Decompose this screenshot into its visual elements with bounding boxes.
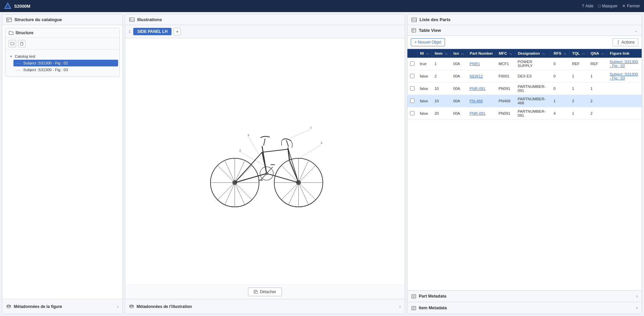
svg-line-20: [236, 184, 252, 200]
col-tql[interactable]: TQL ↑↓: [569, 49, 588, 58]
table-view-chevron[interactable]: ⌄: [634, 28, 638, 33]
cell-rfs: 0: [551, 70, 569, 83]
svg-line-42: [235, 152, 262, 182]
sort-qna-icon: ↑↓: [601, 52, 604, 55]
part-metadata-header[interactable]: Part Metadata ›: [407, 291, 642, 302]
cell-qna: 1: [588, 70, 607, 83]
cell-rfs: 0: [551, 83, 569, 95]
tab-bar: 1 SIDE PANEL LH +: [125, 25, 405, 38]
item-metadata-chevron: ›: [636, 306, 638, 310]
svg-line-57: [286, 140, 288, 147]
cell-qna: REF: [588, 58, 607, 70]
row-checkbox-4[interactable]: [410, 111, 414, 115]
cell-ni: false: [417, 95, 432, 107]
svg-line-58: [291, 129, 310, 138]
cell-ni: false: [417, 70, 432, 83]
svg-line-39: [299, 160, 308, 180]
parts-tbody: true100APNR1MCF1POWER SUPPLY0REFREFSubje…: [407, 58, 642, 120]
ellipsis-icon: ⋮: [616, 40, 620, 45]
illustration-metadata-bar[interactable]: Métadonnées de l'illustration ›: [125, 299, 405, 314]
col-part-number[interactable]: Part Number: [467, 49, 496, 58]
help-button[interactable]: ? Aide: [582, 4, 594, 8]
part-number-link[interactable]: PNR-091: [469, 87, 485, 91]
cell-item: 10: [432, 95, 451, 107]
svg-line-47: [289, 160, 298, 182]
cell-designation: POWER SUPPLY: [515, 58, 551, 70]
cell-checkbox: [407, 95, 417, 107]
folder-icon: [9, 31, 13, 35]
col-figure-link[interactable]: Figure link: [607, 49, 642, 58]
bike-container: 1 2 3 4 5: [132, 45, 398, 278]
close-icon: ✕: [622, 4, 626, 8]
item-metadata-section: Item Metadata ›: [407, 302, 642, 314]
figure-metadata-label-row: Métadonnées de la figure: [6, 304, 62, 309]
catalog-root-item[interactable]: ▼ Catolog test: [7, 53, 118, 60]
sort-rfs-icon: ↑↓: [563, 52, 566, 55]
cell-tql: REF: [569, 58, 588, 70]
structure-inner-header: Structure: [5, 28, 119, 38]
col-designation[interactable]: Designation ↑↓: [515, 49, 551, 58]
sort-ni-icon: ↑↓: [426, 52, 429, 55]
tab-add-button[interactable]: +: [174, 28, 181, 35]
tree-item-fig03[interactable]: ---- Subject :S31300 - Fig : 03: [13, 66, 118, 73]
middle-panel: Illustrations 1 SIDE PANEL LH +: [125, 14, 405, 314]
table-row: false2000APNR-091PN091PARTNUMBER-091412: [407, 107, 642, 120]
left-panel: Structure du catalogue Structure: [2, 14, 123, 314]
col-isn[interactable]: Isn ↑↓: [451, 49, 467, 58]
hide-icon: □: [598, 4, 600, 8]
svg-line-35: [281, 184, 297, 200]
detach-button[interactable]: Détacher: [248, 287, 282, 296]
tab-add-icon: +: [176, 29, 179, 34]
folder-new-btn[interactable]: [9, 40, 16, 47]
table-toolbar: + Nouvel Objet ⋮ Actions: [407, 36, 642, 49]
cell-mfc: PN091: [496, 83, 515, 95]
figure-link-link[interactable]: Subject :S31300 - Fig : 03: [610, 72, 638, 80]
col-item[interactable]: Item ↑↓: [432, 49, 451, 58]
close-button[interactable]: ✕ Fermer: [622, 4, 640, 8]
new-object-button[interactable]: + Nouvel Objet: [411, 38, 445, 46]
tree-item-fig02-label: Subject :S31300 - Fig : 02: [23, 61, 68, 65]
cell-figure-link: [607, 107, 642, 120]
parts-table-scroll: NI ↑↓ Item ↑↓ Isn ↑↓ Part Number MFC ↑↓ …: [407, 49, 642, 120]
svg-text:4: 4: [320, 141, 322, 145]
col-ni[interactable]: NI ↑↓: [417, 49, 432, 58]
tree-dash: ----: [16, 61, 20, 65]
row-checkbox-3[interactable]: [410, 99, 414, 103]
cell-figure-link: Subject :S31300 - Fig : 03: [607, 70, 642, 83]
col-qna[interactable]: QNA ↑↓: [588, 49, 607, 58]
right-panel-header: Liste des Parts: [407, 14, 642, 25]
svg-rect-75: [412, 29, 416, 32]
left-panel-title: Structure du catalogue: [14, 17, 62, 22]
row-checkbox-1[interactable]: [410, 74, 414, 78]
item-metadata-header[interactable]: Item Metadata ›: [407, 302, 642, 314]
col-rfs[interactable]: RFS ↑↓: [551, 49, 569, 58]
cell-item: 1: [432, 58, 451, 70]
row-checkbox-0[interactable]: [410, 61, 414, 66]
right-panel-title: Liste des Parts: [419, 17, 451, 22]
topbar: S2000M ? Aide □ Masquer ✕ Fermer: [0, 0, 644, 12]
tab-number: 1: [129, 30, 131, 34]
svg-line-61: [298, 145, 321, 159]
svg-rect-72: [412, 18, 416, 22]
cell-figure-link: Subject :S31300 - Fig : 02: [607, 58, 642, 70]
row-checkbox-2[interactable]: [410, 86, 414, 91]
part-number-link[interactable]: PNR-091: [469, 111, 485, 115]
part-number-link[interactable]: PNR1: [469, 62, 480, 66]
sort-designation-icon: ↑↓: [542, 52, 545, 55]
hide-button[interactable]: □ Masquer: [598, 4, 617, 8]
col-mfc[interactable]: MFC ↑↓: [496, 49, 515, 58]
actions-button[interactable]: ⋮ Actions: [612, 38, 638, 46]
tab-side-panel-lh[interactable]: SIDE PANEL LH: [133, 28, 171, 35]
figure-metadata-bar[interactable]: Métadonnées de la figure ›: [2, 299, 122, 314]
tree-item-fig02[interactable]: ---- Subject :S31300 - Fig : 02: [13, 60, 118, 66]
parts-list-icon: [411, 17, 417, 22]
figure-link-link[interactable]: Subject :S31300 - Fig : 02: [610, 60, 638, 68]
cell-mfc: MCF1: [496, 58, 515, 70]
item-metadata-label: Item Metadata: [419, 306, 447, 310]
part-number-link[interactable]: PN-468: [469, 99, 483, 103]
svg-rect-10: [130, 18, 134, 21]
tree-dash-2: ----: [16, 68, 20, 72]
part-number-link[interactable]: NEW12: [469, 74, 483, 78]
file-new-btn[interactable]: [18, 40, 26, 47]
table-icon: [411, 28, 416, 33]
